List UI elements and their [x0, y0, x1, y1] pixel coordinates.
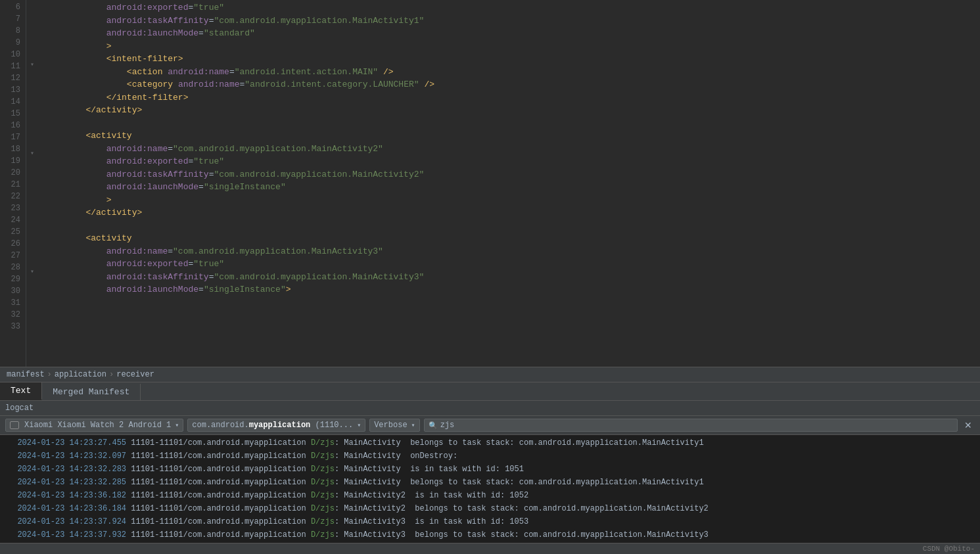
log-entry: 2024-01-23 14:23:32.097 11101-11101/com.… — [0, 450, 980, 463]
code-content[interactable]: android:exported="true" android:taskAffi… — [38, 0, 980, 367]
level-selector[interactable]: Verbose ▾ — [369, 419, 419, 432]
credit-text: CSDN @Obito- — [923, 545, 975, 553]
log-entry: 2024-01-23 14:23:37.924 11101-11101/com.… — [0, 515, 980, 528]
device-name: Xiaomi Xiaomi Watch 2 Android 1 — [24, 421, 171, 430]
breadcrumb: manifest › application › receiver — [0, 367, 980, 382]
code-line: android:launchMode="singleInstance" — [45, 181, 980, 194]
log-entry: 2024-01-23 14:23:32.285 11101-11101/com.… — [0, 476, 980, 489]
level-dropdown-arrow: ▾ — [411, 421, 415, 429]
search-value: zjs — [440, 421, 455, 430]
code-line: <activity — [45, 232, 980, 245]
logcat-section: logcat Xiaomi Xiaomi Watch 2 Android 1 ▾… — [0, 401, 980, 543]
app-dropdown-arrow: ▾ — [357, 421, 361, 429]
code-line: <action android:name="android.intent.act… — [45, 66, 980, 79]
log-entry: 2024-01-23 14:23:37.932 11101-11101/com.… — [0, 528, 980, 542]
device-selector[interactable]: Xiaomi Xiaomi Watch 2 Android 1 ▾ — [5, 419, 183, 432]
code-line: </activity> — [45, 206, 980, 219]
device-checkbox[interactable] — [10, 421, 19, 429]
code-line: android:exported="true" — [45, 1, 980, 14]
code-line: android:taskAffinity="com.android.myappl… — [45, 271, 980, 284]
bottom-bar: CSDN @Obito- — [0, 543, 980, 554]
log-entry: 2024-01-23 14:23:27.455 11101-11101/com.… — [0, 436, 980, 450]
breadcrumb-separator: › — [109, 370, 114, 379]
tabs-bar: Text Merged Manifest — [0, 382, 980, 401]
search-icon: 🔍 — [429, 421, 438, 430]
code-line: android:name="com.android.myapplication.… — [45, 143, 980, 156]
code-line: android:taskAffinity="com.android.myappl… — [45, 168, 980, 181]
code-line — [45, 219, 980, 233]
log-entry: 2024-01-23 14:23:36.182 11101-11101/com.… — [0, 489, 980, 502]
log-entry: 2024-01-23 14:23:32.283 11101-11101/com.… — [0, 463, 980, 476]
log-level-label: Verbose — [374, 421, 407, 430]
logcat-toolbar: Xiaomi Xiaomi Watch 2 Android 1 ▾ com.an… — [0, 416, 980, 435]
code-line: <intent-filter> — [45, 53, 980, 66]
fold-icon-activity2[interactable]: ▾ — [30, 149, 34, 164]
app-name: com.android.myapplication (1110... — [192, 421, 353, 430]
code-line: > — [45, 40, 980, 53]
code-line: android:exported="true" — [45, 258, 980, 271]
line-numbers: 6 7 8 9 10 11 12 13 14 15 16 17 18 19 20… — [0, 0, 26, 367]
fold-icon-intentfilter[interactable]: ▾ — [30, 60, 34, 76]
device-dropdown-arrow: ▾ — [175, 421, 179, 429]
breadcrumb-item-application[interactable]: application — [55, 370, 106, 379]
logcat-header: logcat — [0, 401, 980, 416]
breadcrumb-item-receiver[interactable]: receiver — [116, 370, 154, 379]
code-line: > — [45, 194, 980, 207]
code-line: android:taskAffinity="com.android.myappl… — [45, 14, 980, 28]
logcat-logs[interactable]: 2024-01-23 14:23:27.455 11101-11101/com.… — [0, 435, 980, 543]
breadcrumb-separator: › — [47, 370, 52, 379]
code-line: </intent-filter> — [45, 91, 980, 104]
code-line: android:launchMode="singleInstance"> — [45, 283, 980, 296]
code-line: android:name="com.android.myapplication.… — [45, 245, 980, 258]
gutter: ▾ ▾ ▾ — [26, 0, 38, 367]
tab-merged-manifest[interactable]: Merged Manifest — [42, 384, 141, 400]
breadcrumb-item-manifest[interactable]: manifest — [7, 370, 45, 379]
fold-icon-activity3[interactable]: ▾ — [30, 267, 34, 283]
app-selector[interactable]: com.android.myapplication (1110... ▾ — [187, 419, 365, 432]
close-button[interactable]: ✕ — [962, 420, 975, 430]
code-line: android:exported="true" — [45, 155, 980, 168]
code-line — [45, 117, 980, 130]
tab-text[interactable]: Text — [0, 382, 42, 400]
code-editor: 6 7 8 9 10 11 12 13 14 15 16 17 18 19 20… — [0, 0, 980, 367]
search-box[interactable]: 🔍 zjs — [424, 419, 958, 432]
code-line: </activity> — [45, 104, 980, 117]
code-line: android:launchMode="standard" — [45, 27, 980, 40]
log-entry: 2024-01-23 14:23:36.184 11101-11101/com.… — [0, 502, 980, 515]
code-line: <category android:name="android.intent.c… — [45, 78, 980, 91]
code-line: <activity — [45, 129, 980, 143]
